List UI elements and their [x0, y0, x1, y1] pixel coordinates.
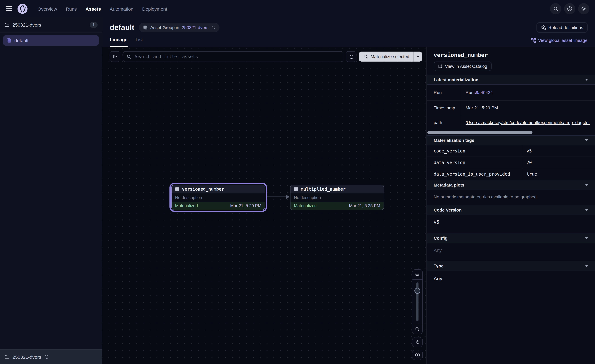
folder-icon — [4, 354, 9, 359]
tag-row: data_version 20 — [427, 157, 595, 168]
zoom-controls — [412, 269, 423, 360]
sidebar-item-label: default — [14, 38, 28, 43]
tag-row: data_version_is_user_provided true — [427, 168, 595, 180]
section-metadata-plots[interactable]: Metadata plots — [427, 180, 595, 190]
group-count-badge: 1 — [90, 22, 98, 28]
nav-item-runs[interactable]: Runs — [66, 6, 77, 11]
run-prefix: Run — [466, 90, 474, 95]
sparkles-icon — [363, 54, 368, 59]
section-title: Type — [434, 263, 444, 268]
tabs: Lineage List View global asset lineage — [110, 37, 588, 47]
external-link-icon — [438, 64, 442, 68]
asset-group-badge[interactable]: Asset Group in 250321-dvers — [139, 23, 219, 32]
asset-node-multiplied-number[interactable]: multiplied_number No description Materia… — [290, 185, 384, 210]
view-global-asset-lineage-link[interactable]: View global asset lineage — [531, 38, 588, 46]
tag-value: v5 — [522, 148, 532, 154]
materialized-status: Materialized — [175, 203, 198, 208]
asset-node-description: No description — [290, 193, 384, 202]
chevron-down-icon — [416, 56, 419, 57]
reload-definitions-label: Reload definitions — [548, 25, 583, 30]
chevron-down-icon — [585, 139, 588, 141]
view-in-asset-catalog-button[interactable]: View in Asset Catalog — [434, 62, 491, 71]
search-button[interactable] — [550, 3, 561, 14]
code-version-value: v5 — [427, 215, 595, 233]
asset-search-box[interactable] — [123, 51, 343, 62]
metadata-plots-empty-message: No numeric metadata entries available to… — [427, 190, 595, 205]
view-in-asset-catalog-label: View in Asset Catalog — [445, 64, 487, 69]
sidebar-group-row[interactable]: 250321-dvers 1 — [0, 17, 102, 33]
tag-value: 20 — [522, 160, 532, 165]
chevron-down-icon — [585, 265, 588, 267]
section-title: Latest materialization — [434, 77, 478, 82]
zoom-slider-handle[interactable] — [414, 288, 420, 294]
view-global-asset-lineage-label: View global asset lineage — [538, 38, 588, 43]
nav-item-overview[interactable]: Overview — [37, 6, 57, 11]
settings-button[interactable] — [578, 3, 589, 14]
badge-group-link[interactable]: 250321-dvers — [182, 25, 209, 30]
section-materialization-tags[interactable]: Materialization tags — [427, 135, 595, 145]
refresh-icon[interactable] — [211, 25, 215, 30]
code-location-footer[interactable]: 250321-dvers — [0, 349, 102, 364]
asset-node-versioned-number[interactable]: versioned_number No description Material… — [171, 185, 265, 210]
section-latest-materialization[interactable]: Latest materialization — [427, 75, 595, 85]
badge-prefix: Asset Group in — [150, 25, 179, 30]
chevron-down-icon — [585, 79, 588, 81]
menu-icon[interactable] — [6, 7, 12, 11]
sidebar-item-default[interactable]: default — [3, 35, 99, 46]
search-icon — [553, 6, 558, 11]
section-type[interactable]: Type — [427, 261, 595, 271]
help-button[interactable] — [564, 3, 575, 14]
materialize-options-button[interactable] — [414, 52, 422, 62]
refresh-graph-button[interactable] — [346, 51, 357, 62]
download-image-button[interactable] — [412, 350, 423, 360]
horizontal-scrollbar-thumb[interactable] — [427, 131, 532, 134]
asset-group-icon — [143, 25, 148, 30]
zoom-in-button[interactable] — [412, 270, 422, 279]
section-code-version[interactable]: Code Version — [427, 205, 595, 215]
section-title: Metadata plots — [434, 182, 464, 188]
help-icon — [567, 6, 573, 12]
nav-item-deployment[interactable]: Deployment — [142, 6, 167, 11]
nav-item-assets[interactable]: Assets — [85, 6, 101, 11]
nav-item-automation[interactable]: Automation — [110, 6, 134, 11]
materialized-timestamp: Mar 21, 5:25 PM — [349, 203, 380, 208]
tab-lineage[interactable]: Lineage — [110, 37, 128, 47]
table-row: Timestamp Mar 21, 5:29 PM — [427, 101, 595, 115]
tab-list[interactable]: List — [135, 37, 143, 47]
tag-row: code_version v5 — [427, 145, 595, 157]
download-icon — [415, 352, 420, 357]
chevron-down-icon — [585, 237, 588, 239]
zoom-slider[interactable] — [412, 279, 422, 324]
reload-definitions-button[interactable]: Reload definitions — [536, 22, 588, 33]
panel-toggle-icon — [113, 54, 118, 59]
asset-details-panel: versioned_number View in Asset Catalog L… — [426, 47, 595, 364]
page-header: default Asset Group in 250321-dvers — [102, 17, 595, 47]
asset-node-description: No description — [172, 193, 265, 202]
lineage-edge — [267, 196, 286, 197]
tag-key: data_version_is_user_provided — [427, 168, 522, 180]
config-value: Any — [427, 243, 595, 261]
refresh-icon[interactable] — [44, 355, 49, 359]
nav-links: Overview Runs Assets Automation Deployme… — [37, 6, 167, 11]
graph-settings-button[interactable] — [412, 337, 423, 347]
horizontal-scrollbar — [427, 130, 595, 135]
zoom-out-button[interactable] — [412, 324, 422, 334]
lineage-graph-icon — [531, 38, 536, 43]
expand-sidebar-button[interactable] — [110, 51, 120, 62]
path-link[interactable]: /Users/smackesey/stm/code/elementl/exper… — [466, 120, 590, 125]
search-input[interactable] — [134, 54, 340, 59]
run-id-link[interactable]: c9a40434 — [474, 90, 493, 95]
gear-icon — [581, 6, 587, 12]
dagster-logo-icon[interactable] — [17, 3, 28, 14]
section-config[interactable]: Config — [427, 233, 595, 243]
materialize-selected-label: Materialize selected — [371, 54, 409, 59]
zoom-out-icon — [415, 327, 420, 332]
materialized-status: Materialized — [294, 203, 317, 208]
asset-groups-sidebar: 250321-dvers 1 default 250321-dvers — [0, 17, 102, 364]
folder-icon — [4, 22, 9, 27]
section-title: Materialization tags — [434, 138, 474, 143]
sidebar-group-label: 250321-dvers — [13, 22, 41, 28]
lineage-canvas[interactable]: Materialize selected versioned_number — [102, 47, 426, 364]
chevron-down-icon — [585, 184, 588, 186]
materialize-selected-button[interactable]: Materialize selected — [359, 52, 413, 62]
